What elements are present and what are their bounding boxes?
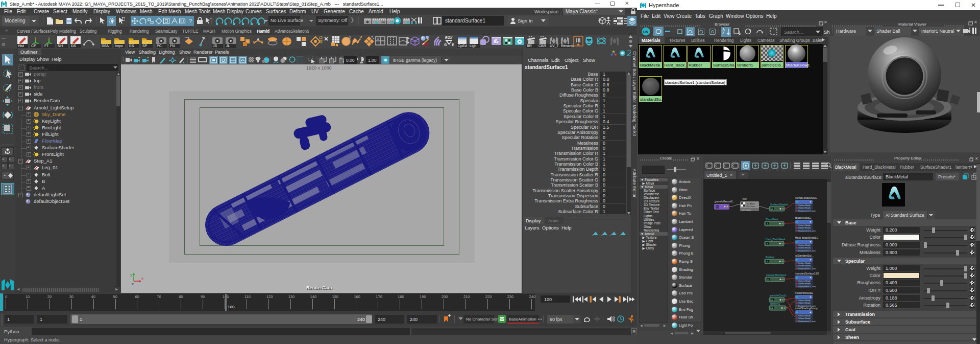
svg-text:y: y bbox=[130, 272, 132, 277]
svg-text:Volume Shader: Volume Shader bbox=[798, 302, 811, 304]
svg-text:G: G bbox=[444, 43, 447, 47]
svg-text:Volume Shader: Volume Shader bbox=[798, 317, 811, 319]
svg-text:aiStandardSur...: aiStandardSur... bbox=[795, 254, 814, 257]
svg-text:E: E bbox=[452, 43, 454, 47]
svg-text:Displacement Shader: Displacement Shader bbox=[798, 286, 816, 288]
svg-text:Surface Shader: Surface Shader bbox=[798, 204, 812, 207]
svg-text:Surface Shader: Surface Shader bbox=[798, 300, 812, 302]
svg-text:Out Gam...: Out Gam... bbox=[746, 205, 756, 208]
svg-text:Out Trans...: Out Trans... bbox=[742, 209, 752, 211]
svg-text:IPR: IPR bbox=[381, 21, 385, 24]
svg-text:Volume Shader: Volume Shader bbox=[798, 265, 811, 267]
svg-text:z: z bbox=[132, 282, 134, 286]
svg-text:Displacement Shader: Displacement Shader bbox=[798, 230, 816, 232]
svg-text:initialParticleSE: initialParticleSE bbox=[795, 291, 813, 294]
svg-text:Displacement Shader: Displacement Shader bbox=[798, 320, 816, 323]
svg-text:Displacement Shader: Displacement Shader bbox=[798, 268, 816, 270]
svg-text:Surface Shader: Surface Shader bbox=[798, 262, 812, 264]
svg-text:lambert1: lambert1 bbox=[770, 302, 780, 305]
svg-text:ROX: ROX bbox=[445, 36, 453, 39]
svg-text:surfaceShader1SG: surfaceShader1SG bbox=[795, 196, 817, 199]
svg-text:Hard_BlackMetal: Hard_BlackMetal bbox=[766, 238, 785, 241]
svg-text:Surface Shader: Surface Shader bbox=[798, 315, 812, 317]
svg-text:Volume Shader: Volume Shader bbox=[798, 247, 811, 249]
svg-text:x: x bbox=[141, 276, 143, 281]
svg-text:pref: pref bbox=[743, 197, 747, 200]
svg-text:Volume Shader: Volume Shader bbox=[798, 207, 811, 209]
svg-text:Hard_BlackMetalSG: Hard_BlackMetalSG bbox=[795, 236, 818, 239]
svg-text:Surface Shader: Surface Shader bbox=[798, 280, 812, 282]
svg-text:initialShadingGroup: initialShadingGroup bbox=[795, 307, 818, 310]
svg-text:Surface Shader: Surface Shader bbox=[798, 244, 812, 246]
svg-text:BlackMetalSG: BlackMetalSG bbox=[795, 216, 812, 219]
svg-text:SurfaceShader1: SurfaceShader1 bbox=[770, 203, 789, 206]
svg-text:standardSurface1: standardSurface1 bbox=[766, 273, 787, 277]
svg-text:Displacement Shader: Displacement Shader bbox=[798, 210, 816, 212]
svg-text:ON: ON bbox=[643, 30, 649, 34]
svg-text:standardSurface1SG: standardSurface1SG bbox=[795, 272, 819, 275]
svg-text:?: ? bbox=[189, 18, 192, 24]
svg-text:Displacement Shader: Displacement Shader bbox=[798, 250, 816, 252]
svg-text:BlackMetal: BlackMetal bbox=[766, 218, 778, 221]
svg-text:Rubber: Rubber bbox=[766, 256, 774, 259]
svg-text:Surface Shader: Surface Shader bbox=[798, 224, 812, 226]
svg-text:gravelsManual0...: gravelsManual0... bbox=[715, 200, 734, 203]
svg-text:Volume Shader: Volume Shader bbox=[798, 227, 811, 229]
svg-text:Volume Shader: Volume Shader bbox=[798, 283, 811, 285]
svg-text:particleCloud1: particleCloud1 bbox=[770, 294, 787, 297]
